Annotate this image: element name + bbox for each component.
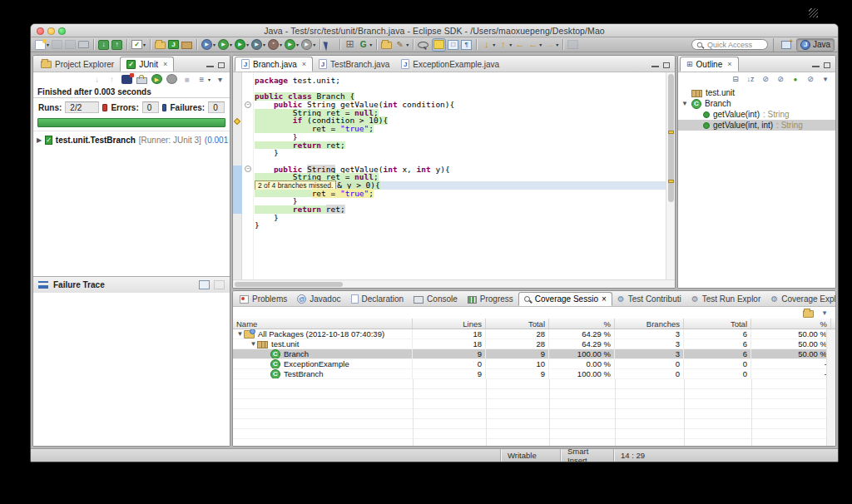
minimize-view-icon[interactable] xyxy=(812,66,820,68)
close-icon[interactable]: × xyxy=(727,60,731,68)
highlight-icon[interactable] xyxy=(432,38,446,52)
print-icon[interactable] xyxy=(77,38,90,52)
export-icon[interactable]: ↑ xyxy=(111,38,123,52)
tab-console[interactable]: Console xyxy=(409,292,463,306)
rerun-test-icon[interactable]: ▶ xyxy=(151,72,163,86)
fold-collapse-icon[interactable]: − xyxy=(245,166,251,172)
new-package-icon[interactable] xyxy=(181,38,193,52)
new-class-icon[interactable]: ⊞ xyxy=(344,38,356,52)
code-line[interactable]: return ret; xyxy=(255,141,666,150)
session-folder-icon[interactable] xyxy=(802,306,815,319)
maximize-editor-icon[interactable] xyxy=(663,62,670,68)
cursor-icon[interactable] xyxy=(324,38,336,52)
horizontal-scrollbar[interactable] xyxy=(233,279,675,288)
coverage-icon[interactable]: ▶▾ xyxy=(217,38,233,52)
new-junit-test-icon[interactable]: ✓▾ xyxy=(131,38,146,52)
code-line[interactable]: return ret; xyxy=(255,205,666,214)
close-icon[interactable]: × xyxy=(163,60,167,68)
external-tools-icon[interactable]: *▾ xyxy=(267,38,283,52)
column-header-branches[interactable]: Branches xyxy=(615,319,684,329)
folding-ruler[interactable]: −− xyxy=(243,72,254,279)
tab-outline[interactable]: ⊞ Outline × xyxy=(680,57,739,72)
tab-exceptionexample-java[interactable]: JExceptionExample.java xyxy=(395,57,505,72)
run-icon[interactable]: ▶▾ xyxy=(234,38,250,52)
stop-icon[interactable]: ■ xyxy=(181,72,193,86)
tab-test-contributi[interactable]: ⚙Test Contributi xyxy=(612,292,686,306)
minimize-view-icon[interactable] xyxy=(206,66,214,68)
tab-test-run-explor[interactable]: ⚙Test Run Explor xyxy=(686,292,766,306)
collapse-icon[interactable]: ▼ xyxy=(681,100,688,107)
column-header-lines[interactable]: Lines xyxy=(413,319,486,329)
run-last-icon[interactable]: ▶▾ xyxy=(284,38,300,52)
view-menu-icon[interactable]: ▾ xyxy=(819,306,830,319)
outline-item-getvalue-int-[interactable]: getValue(int): String xyxy=(678,109,835,120)
tab-javadoc[interactable]: @Javadoc xyxy=(292,292,345,306)
outline-item-getvalue-int-int-[interactable]: getValue(int, int): String xyxy=(678,120,835,131)
overview-coverage-mark-icon[interactable] xyxy=(668,131,674,134)
tab-declaration[interactable]: Declaration xyxy=(346,292,409,306)
column-header-%[interactable]: % xyxy=(549,319,615,329)
view-menu-icon[interactable]: ▾ xyxy=(820,72,831,86)
test-history-icon[interactable]: ≡▾ xyxy=(196,72,211,86)
previous-failure-icon[interactable]: ↑ xyxy=(106,72,118,86)
next-failure-icon[interactable]: ↓ xyxy=(91,72,103,86)
import-icon[interactable]: ↓ xyxy=(97,38,110,52)
junit-view-icon[interactable]: J xyxy=(167,38,180,52)
coverage-marker-icon[interactable] xyxy=(234,117,240,124)
horizontal-scrollbar-thumb[interactable] xyxy=(235,282,343,287)
rerun-failed-icon[interactable] xyxy=(166,72,178,86)
test-tree-item[interactable]: ▶ ✓ test.unit.TestBranch [Runner: JUnit … xyxy=(37,134,226,146)
hide-static-icon[interactable]: ⊘ xyxy=(775,72,786,86)
save-all-icon[interactable] xyxy=(64,38,77,52)
expand-icon[interactable]: ▶ xyxy=(37,136,42,144)
hide-local-types-icon[interactable]: ⊘ xyxy=(805,72,816,86)
show-whitespace-icon[interactable]: ¶ xyxy=(460,38,473,52)
profile-icon[interactable]: ▶▾ xyxy=(250,38,266,52)
code-line[interactable]: ret = "true"; xyxy=(255,125,666,133)
next-annotation-icon[interactable]: ↓▾ xyxy=(480,38,496,52)
expand-icon[interactable]: ▼ xyxy=(250,340,257,348)
java-perspective-button[interactable]: Java xyxy=(796,38,835,52)
previous-annotation-icon[interactable]: ↑▾ xyxy=(497,38,513,52)
maximize-view-icon[interactable] xyxy=(824,62,830,68)
quick-access-input[interactable]: Quick Access xyxy=(691,39,768,50)
failures-only-icon[interactable] xyxy=(121,72,133,86)
code-text[interactable]: package test.unit;public class Branch { … xyxy=(255,72,666,279)
annotation-ruler[interactable] xyxy=(233,72,242,279)
pin-editor-icon[interactable] xyxy=(567,38,579,52)
code-line[interactable]: } xyxy=(255,214,666,222)
new-wizard-icon[interactable]: ▾ xyxy=(34,38,50,52)
back-icon[interactable]: ←▾ xyxy=(527,38,542,52)
java-editor[interactable]: −− package test.unit;public class Branch… xyxy=(233,72,675,288)
tab-testbranch-java[interactable]: JTestBranch.java xyxy=(313,57,395,72)
code-line[interactable]: ret = "true"; xyxy=(255,190,666,198)
vertical-scrollbar[interactable] xyxy=(666,72,675,279)
tab-coverage-sessio[interactable]: Coverage Sessio× xyxy=(518,292,612,306)
outline-item-test-unit[interactable]: test.unit xyxy=(678,87,835,98)
title-bar[interactable]: Java - Test/src/test/unit/Branch.java - … xyxy=(31,24,838,37)
column-header-%[interactable]: % xyxy=(751,319,831,329)
open-perspective-button[interactable] xyxy=(778,38,795,52)
coverage-scrollbar[interactable] xyxy=(826,329,835,446)
open-resource-icon[interactable] xyxy=(380,38,393,52)
tab-junit[interactable]: ✓JUnit× xyxy=(120,57,174,72)
open-type-icon[interactable] xyxy=(154,38,166,52)
table-row[interactable]: CBranch99100.00 %3650.00 % xyxy=(233,349,835,359)
table-row[interactable]: CExceptionExample0100.00 %00- xyxy=(233,359,835,369)
generate-icon[interactable]: G▾ xyxy=(357,38,373,52)
column-header-name[interactable]: Name xyxy=(233,319,413,329)
hide-non-public-icon[interactable]: ● xyxy=(790,72,801,86)
scroll-lock-icon[interactable] xyxy=(136,72,148,86)
code-line[interactable]: package test.unit; xyxy=(255,77,666,85)
coverage-table-header[interactable]: NameLinesTotal%BranchesTotal% xyxy=(233,319,835,329)
sort-icon[interactable]: ↓z xyxy=(745,72,756,86)
tab-progress[interactable]: Progress xyxy=(463,292,518,306)
code-line[interactable]: } xyxy=(255,149,666,157)
close-window-button[interactable] xyxy=(37,27,44,35)
view-menu-icon[interactable]: ▾ xyxy=(214,72,226,86)
forward-icon[interactable]: →▾ xyxy=(543,38,559,52)
close-icon[interactable]: × xyxy=(602,294,607,304)
minimize-editor-icon[interactable] xyxy=(651,66,659,68)
debug-icon[interactable]: ▶▾ xyxy=(201,38,216,52)
tab-coverage-explo[interactable]: ⚙Coverage Explo xyxy=(765,292,836,306)
